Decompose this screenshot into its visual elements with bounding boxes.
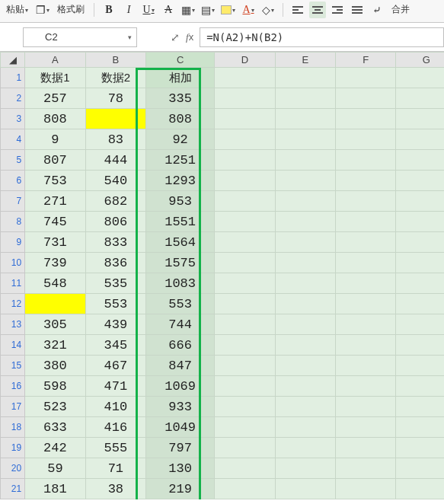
- cell[interactable]: [336, 171, 396, 191]
- cell[interactable]: [275, 273, 335, 294]
- row-header[interactable]: 14: [1, 335, 25, 356]
- cell[interactable]: 1564: [146, 232, 215, 253]
- select-all-corner[interactable]: ◢: [1, 53, 25, 68]
- row-header[interactable]: 18: [1, 417, 25, 438]
- cell[interactable]: 598: [25, 376, 85, 397]
- cell[interactable]: 83: [85, 129, 145, 150]
- formula-input[interactable]: =N(A2)+N(B2): [200, 27, 444, 47]
- cell[interactable]: 836: [85, 253, 145, 273]
- cell[interactable]: 345: [85, 335, 145, 356]
- cell[interactable]: [275, 458, 335, 479]
- cell[interactable]: [336, 397, 396, 417]
- col-header-f[interactable]: F: [336, 53, 396, 68]
- cell[interactable]: [336, 212, 396, 232]
- cell[interactable]: [336, 294, 396, 314]
- cell[interactable]: [396, 88, 444, 109]
- cell[interactable]: 92: [146, 129, 215, 150]
- cell[interactable]: [215, 171, 275, 191]
- cell[interactable]: 806: [85, 212, 145, 232]
- highlight-button[interactable]: ▾: [219, 2, 237, 18]
- cell[interactable]: 1551: [146, 212, 215, 232]
- cell[interactable]: [275, 335, 335, 356]
- cell[interactable]: 548: [25, 273, 85, 294]
- col-header-g[interactable]: G: [396, 53, 444, 68]
- cell[interactable]: [275, 232, 335, 253]
- cell[interactable]: 797: [146, 438, 215, 458]
- row-header[interactable]: 19: [1, 438, 25, 458]
- strikethrough-button[interactable]: A: [160, 2, 177, 18]
- paste-button[interactable]: 粘贴▾: [3, 2, 31, 18]
- cell[interactable]: [396, 68, 444, 88]
- cell[interactable]: [336, 68, 396, 88]
- cell[interactable]: [275, 417, 335, 438]
- cell[interactable]: 535: [85, 273, 145, 294]
- align-right-button[interactable]: [329, 2, 346, 18]
- cell[interactable]: [336, 376, 396, 397]
- cell[interactable]: [275, 314, 335, 335]
- row-header[interactable]: 15: [1, 356, 25, 376]
- cell[interactable]: 808: [146, 109, 215, 129]
- cell[interactable]: 71: [85, 458, 145, 479]
- cell[interactable]: [336, 191, 396, 212]
- clear-format-button[interactable]: ◇▾: [260, 2, 276, 18]
- cell[interactable]: 1069: [146, 376, 215, 397]
- cell[interactable]: [336, 150, 396, 171]
- cell[interactable]: 181: [25, 479, 85, 499]
- cell[interactable]: [336, 438, 396, 458]
- cell[interactable]: [275, 129, 335, 150]
- cell[interactable]: 271: [25, 191, 85, 212]
- row-header[interactable]: 7: [1, 191, 25, 212]
- cell[interactable]: 633: [25, 417, 85, 438]
- cell[interactable]: [215, 150, 275, 171]
- row-header[interactable]: 1: [1, 68, 25, 88]
- row-header[interactable]: 21: [1, 479, 25, 499]
- fill-color-button[interactable]: ▤▾: [200, 2, 216, 18]
- cell[interactable]: [396, 458, 444, 479]
- cell[interactable]: [215, 212, 275, 232]
- cell[interactable]: 553: [146, 294, 215, 314]
- cell[interactable]: [215, 314, 275, 335]
- row-header[interactable]: 4: [1, 129, 25, 150]
- row-header[interactable]: 9: [1, 232, 25, 253]
- cell[interactable]: 933: [146, 397, 215, 417]
- cell[interactable]: [396, 232, 444, 253]
- cell[interactable]: 数据1: [25, 68, 85, 88]
- cell[interactable]: [275, 191, 335, 212]
- cell[interactable]: [275, 68, 335, 88]
- border-button[interactable]: ▦▾: [180, 2, 196, 18]
- align-justify-button[interactable]: [349, 2, 366, 18]
- cell[interactable]: [275, 253, 335, 273]
- cell[interactable]: 471: [85, 376, 145, 397]
- cell[interactable]: [215, 479, 275, 499]
- cell[interactable]: [215, 458, 275, 479]
- cell[interactable]: [336, 253, 396, 273]
- cell[interactable]: 467: [85, 356, 145, 376]
- cell[interactable]: 682: [85, 191, 145, 212]
- align-left-button[interactable]: [289, 2, 306, 18]
- cell[interactable]: [336, 417, 396, 438]
- row-header[interactable]: 3: [1, 109, 25, 129]
- underline-button[interactable]: U▾: [140, 2, 157, 18]
- cell[interactable]: [215, 376, 275, 397]
- cell[interactable]: 416: [85, 417, 145, 438]
- bold-button[interactable]: B: [101, 2, 117, 18]
- cell[interactable]: [275, 397, 335, 417]
- cell[interactable]: [215, 232, 275, 253]
- cell[interactable]: [396, 314, 444, 335]
- cell[interactable]: [215, 68, 275, 88]
- cell[interactable]: [275, 356, 335, 376]
- cell[interactable]: [215, 191, 275, 212]
- format-painter-button[interactable]: 格式刷: [54, 2, 88, 18]
- cell[interactable]: [396, 417, 444, 438]
- cell[interactable]: [215, 417, 275, 438]
- cell[interactable]: 335: [146, 88, 215, 109]
- cell[interactable]: 9: [25, 129, 85, 150]
- cell[interactable]: 305: [25, 314, 85, 335]
- cell[interactable]: 523: [25, 397, 85, 417]
- cell[interactable]: [336, 479, 396, 499]
- cell[interactable]: [396, 397, 444, 417]
- col-header-d[interactable]: D: [215, 53, 275, 68]
- cell[interactable]: 739: [25, 253, 85, 273]
- font-color-button[interactable]: A▾: [240, 2, 257, 18]
- cell[interactable]: [215, 397, 275, 417]
